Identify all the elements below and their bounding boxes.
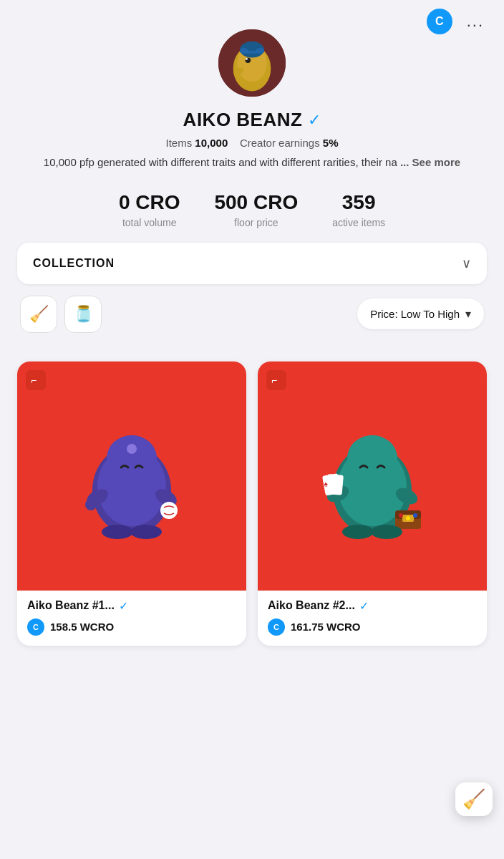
nft-artwork-1 bbox=[60, 404, 203, 548]
avatar-container bbox=[216, 27, 288, 99]
svg-point-15 bbox=[85, 499, 97, 510]
collection-dropdown-label: COLLECTION bbox=[33, 257, 115, 270]
nft-image-2: ⌐ ♠ bbox=[258, 361, 487, 591]
total-volume-value: 0 CRO bbox=[119, 191, 180, 214]
filter-buttons: 🧹 🫙 bbox=[20, 296, 102, 333]
nft-price-row-2: C 161.75 WCRO bbox=[268, 618, 477, 636]
sort-chevron-icon: ▾ bbox=[465, 307, 471, 321]
svg-point-19 bbox=[130, 525, 162, 539]
broom-icon: 🧹 bbox=[29, 305, 49, 324]
items-label: Items bbox=[165, 137, 192, 149]
collection-title: AIKO BEANZ bbox=[183, 109, 303, 131]
nft-card-2[interactable]: ⌐ ♠ bbox=[258, 361, 487, 646]
nft-verified-1: ✓ bbox=[119, 599, 128, 613]
nft-name-1: Aiko Beanz #1... bbox=[27, 599, 115, 612]
platform-logo-icon: ⌐ bbox=[29, 374, 42, 387]
svg-point-23 bbox=[347, 435, 397, 481]
collection-dropdown[interactable]: COLLECTION ∨ bbox=[17, 243, 487, 284]
svg-point-34 bbox=[413, 513, 417, 518]
svg-point-36 bbox=[371, 525, 402, 539]
svg-point-4 bbox=[246, 58, 248, 60]
more-options-button[interactable]: ... bbox=[464, 9, 487, 34]
platform-logo-icon-2: ⌐ bbox=[270, 374, 283, 387]
sort-row: 🧹 🫙 Price: Low To High ▾ bbox=[17, 296, 487, 333]
nft-price-1: 158.5 WCRO bbox=[50, 621, 114, 633]
svg-text:⌐: ⌐ bbox=[31, 374, 37, 386]
svg-text:⌐: ⌐ bbox=[271, 374, 277, 386]
nft-verified-2: ✓ bbox=[359, 599, 369, 613]
active-items-label: active items bbox=[332, 217, 385, 228]
nft-name-row-1: Aiko Beanz #1... ✓ bbox=[27, 599, 236, 613]
svg-point-18 bbox=[102, 525, 133, 539]
nft-chain-badge-2: C bbox=[268, 618, 285, 636]
earnings-value: 5% bbox=[323, 137, 339, 149]
sort-label: Price: Low To High bbox=[370, 308, 460, 320]
svg-point-33 bbox=[399, 513, 403, 518]
nft-info-1: Aiko Beanz #1... ✓ C 158.5 WCRO bbox=[17, 591, 246, 646]
nft-chain-badge-1: C bbox=[27, 618, 44, 636]
profile-header: AIKO BEANZ ✓ Items 10,000 Creator earnin… bbox=[0, 34, 504, 171]
nft-artwork-2: ♠ bbox=[301, 404, 444, 548]
svg-rect-26 bbox=[326, 474, 344, 495]
floating-broom-icon: 🧹 bbox=[462, 788, 485, 810]
svg-point-35 bbox=[342, 525, 374, 539]
nft-info-2: Aiko Beanz #2... ✓ C 161.75 WCRO bbox=[258, 591, 487, 646]
nft-price-row-1: C 158.5 WCRO bbox=[27, 618, 236, 636]
stat-floor-price: 500 CRO floor price bbox=[214, 191, 298, 228]
earnings-label: Creator earnings bbox=[240, 137, 320, 149]
sweep-button[interactable]: 🧹 bbox=[20, 296, 57, 333]
nft-name-2: Aiko Beanz #2... bbox=[268, 599, 355, 612]
svg-point-32 bbox=[406, 516, 410, 520]
collection-description: 10,000 pfp generated with different trai… bbox=[44, 155, 460, 171]
floor-price-label: floor price bbox=[234, 217, 278, 228]
stack-button[interactable]: 🫙 bbox=[64, 296, 102, 333]
sort-dropdown[interactable]: Price: Low To High ▾ bbox=[357, 299, 484, 329]
total-volume-label: total volume bbox=[122, 217, 176, 228]
stack-icon: 🫙 bbox=[74, 305, 93, 324]
see-more-button[interactable]: ... See more bbox=[400, 156, 460, 168]
collection-meta: Items 10,000 Creator earnings 5% bbox=[165, 137, 338, 149]
nft-name-row-2: Aiko Beanz #2... ✓ bbox=[268, 599, 477, 613]
svg-point-13 bbox=[127, 444, 137, 454]
verified-badge: ✓ bbox=[308, 111, 321, 130]
platform-badge-1: ⌐ bbox=[26, 370, 46, 390]
items-value: 10,000 bbox=[195, 137, 228, 149]
avatar bbox=[216, 27, 288, 99]
floor-price-value: 500 CRO bbox=[214, 191, 298, 214]
active-items-value: 359 bbox=[342, 191, 376, 214]
svg-rect-8 bbox=[246, 42, 257, 51]
stat-total-volume: 0 CRO total volume bbox=[119, 191, 180, 228]
stat-active-items: 359 active items bbox=[332, 191, 385, 228]
chain-badge[interactable]: C bbox=[427, 9, 452, 34]
stats-row: 0 CRO total volume 500 CRO floor price 3… bbox=[0, 191, 504, 228]
platform-badge-2: ⌐ bbox=[266, 370, 286, 390]
svg-point-17 bbox=[160, 502, 178, 519]
chevron-down-icon: ∨ bbox=[462, 256, 471, 271]
nft-grid: ⌐ bbox=[0, 347, 504, 660]
svg-point-12 bbox=[107, 435, 157, 481]
nft-price-2: 161.75 WCRO bbox=[291, 621, 361, 633]
avatar-image bbox=[218, 27, 286, 99]
filter-section: COLLECTION ∨ 🧹 🫙 Price: Low To High ▾ bbox=[0, 228, 504, 333]
collection-name-row: AIKO BEANZ ✓ bbox=[183, 109, 321, 131]
floating-tool-button[interactable]: 🧹 bbox=[455, 782, 493, 816]
nft-image-1: ⌐ bbox=[17, 361, 246, 591]
nft-card-1[interactable]: ⌐ bbox=[17, 361, 246, 646]
